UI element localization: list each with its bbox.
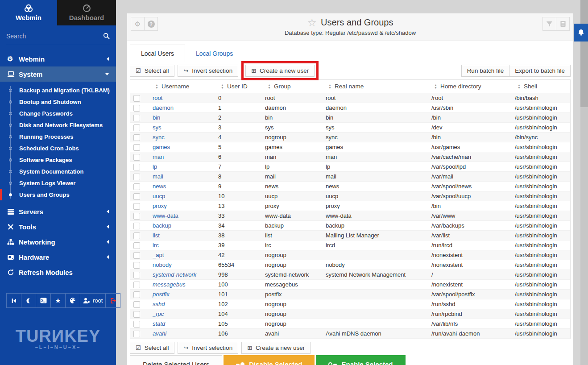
tab-local-groups[interactable]: Local Groups (185, 45, 244, 62)
sidebar-subitem[interactable]: Users and Groups (0, 189, 116, 200)
create-new-user-button[interactable]: ⊞ Create a new user (245, 65, 315, 77)
username-link[interactable]: list (153, 232, 160, 239)
user-root-button[interactable]: root (80, 293, 106, 308)
row-checkbox[interactable] (133, 124, 140, 131)
sidebar-item-tools[interactable]: Tools (0, 219, 116, 234)
row-checkbox[interactable] (133, 252, 140, 259)
column-header-username[interactable]: ▲▼Username (153, 83, 218, 90)
sidebar-subitem[interactable]: Change Passwords (0, 108, 116, 119)
filter-button[interactable] (542, 17, 556, 31)
row-checkbox[interactable] (133, 164, 140, 170)
invert-selection-button[interactable]: ↪ Invert selection (178, 65, 238, 77)
username-link[interactable]: news (153, 183, 166, 190)
sidebar-item-system[interactable]: System (0, 66, 116, 82)
module-config-button[interactable]: ⚙ (131, 17, 145, 31)
sidebar-item-refresh-modules[interactable]: Refresh Modules (0, 265, 116, 280)
delete-selected-users-button[interactable]: Delete Selected Users (130, 355, 222, 365)
row-checkbox[interactable] (133, 272, 140, 278)
row-checkbox[interactable] (133, 174, 140, 180)
username-link[interactable]: proxy (153, 203, 167, 209)
sidebar-item-servers[interactable]: Servers (0, 204, 116, 219)
row-checkbox[interactable] (133, 115, 140, 121)
sidebar-subitem[interactable]: Running Processes (0, 131, 116, 142)
terminal-button[interactable] (36, 293, 51, 308)
username-link[interactable]: www-data (153, 212, 178, 219)
row-checkbox[interactable] (133, 193, 140, 200)
row-checkbox[interactable] (133, 232, 140, 239)
row-checkbox[interactable] (133, 105, 140, 112)
row-checkbox[interactable] (133, 134, 140, 141)
row-checkbox[interactable] (133, 301, 140, 308)
enable-selected-button[interactable]: Enable Selected (316, 355, 405, 365)
row-checkbox[interactable] (133, 282, 140, 288)
sidebar-item-webmin[interactable]: ⚙ Webmin (0, 51, 116, 66)
column-header-realname[interactable]: ▲▼Real name (326, 83, 431, 90)
username-link[interactable]: backup (153, 222, 171, 229)
username-link[interactable]: sys (153, 124, 161, 131)
disable-selected-button[interactable]: Disable Selected (224, 355, 315, 365)
theme-palette-button[interactable] (65, 293, 80, 308)
row-checkbox[interactable] (133, 262, 140, 269)
username-link[interactable]: _rpc (153, 311, 164, 317)
column-header-userid[interactable]: ▲▼User ID (218, 83, 265, 90)
username-link[interactable]: bin (153, 114, 160, 121)
help-button[interactable]: ? (144, 17, 158, 31)
row-checkbox[interactable] (133, 223, 140, 229)
tab-dashboard[interactable]: Dashboard (57, 0, 116, 25)
search-input[interactable] (6, 33, 103, 40)
username-link[interactable]: messagebus (153, 281, 186, 288)
row-checkbox[interactable] (133, 291, 140, 298)
username-link[interactable]: irc (153, 242, 159, 249)
username-link[interactable]: avahi (153, 330, 166, 337)
username-link[interactable]: root (153, 95, 162, 101)
row-checkbox[interactable] (133, 183, 140, 190)
row-checkbox[interactable] (133, 331, 140, 337)
username-link[interactable]: uucp (153, 193, 165, 199)
favorites-button[interactable]: ★ (50, 293, 66, 308)
run-batch-file-button[interactable]: Run batch file (461, 65, 510, 77)
sidebar-item-hardware[interactable]: Hardware (0, 249, 116, 265)
sidebar-subitem[interactable]: Bootup and Shutdown (0, 96, 116, 108)
tab-webmin[interactable]: Webmin (0, 0, 57, 25)
night-mode-button[interactable] (21, 293, 36, 308)
column-header-group[interactable]: ▲▼Group (265, 83, 326, 90)
username-link[interactable]: sync (153, 134, 165, 141)
row-checkbox[interactable] (133, 203, 140, 210)
username-link[interactable]: nobody (153, 261, 172, 268)
notifications-button[interactable] (574, 24, 588, 41)
username-link[interactable]: sshd (153, 301, 165, 307)
username-link[interactable]: man (153, 153, 164, 160)
sidebar-subitem[interactable]: System Documentation (0, 166, 116, 177)
row-checkbox[interactable] (133, 321, 140, 328)
row-checkbox[interactable] (133, 144, 140, 151)
username-link[interactable]: lp (153, 163, 157, 170)
select-all-button[interactable]: ☑ Select all (130, 65, 174, 77)
row-checkbox[interactable] (133, 213, 140, 220)
tab-local-users[interactable]: Local Users (130, 45, 185, 62)
select-all-button-bottom[interactable]: ☑ Select all (130, 342, 174, 354)
sidebar-item-networking[interactable]: Networking (0, 234, 116, 249)
sidebar-subitem[interactable]: Backup and Migration (TKLBAM) (0, 84, 116, 96)
sidebar-subitem[interactable]: Software Packages (0, 154, 116, 166)
favorite-star-icon[interactable]: ☆ (307, 18, 317, 27)
column-header-shell[interactable]: ▲▼Shell (515, 83, 570, 90)
row-checkbox[interactable] (133, 154, 140, 161)
scrollbar-thumb[interactable] (580, 0, 588, 107)
sidebar-subitem[interactable]: Disk and Network Filesystems (0, 119, 116, 131)
export-batch-file-button[interactable]: Export to batch file (509, 65, 571, 77)
logs-button[interactable] (556, 17, 570, 31)
sidebar-subitem[interactable]: System Logs Viewer (0, 177, 116, 189)
create-new-user-button-bottom[interactable]: ⊞ Create a new user (241, 342, 311, 354)
username-link[interactable]: _apt (153, 252, 164, 258)
username-link[interactable]: mail (153, 173, 163, 180)
search-icon[interactable] (103, 33, 110, 39)
row-checkbox[interactable] (133, 95, 140, 102)
username-link[interactable]: daemon (153, 104, 174, 111)
username-link[interactable]: games (153, 144, 170, 150)
row-checkbox[interactable] (133, 242, 140, 249)
username-link[interactable]: postfix (153, 291, 170, 298)
scrollbar-track[interactable] (580, 0, 588, 365)
column-header-home[interactable]: ▲▼Home directory (431, 83, 515, 90)
collapse-sidebar-button[interactable] (6, 293, 21, 308)
sidebar-subitem[interactable]: Scheduled Cron Jobs (0, 142, 116, 154)
